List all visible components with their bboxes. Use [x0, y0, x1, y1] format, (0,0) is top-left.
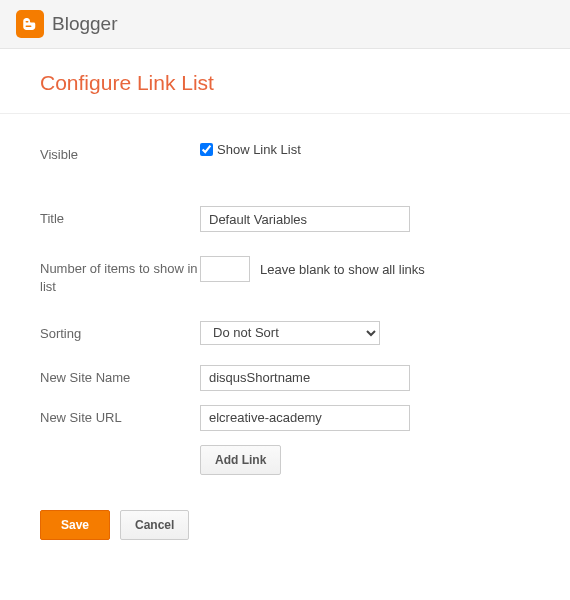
- label-items-count: Number of items to show in list: [40, 256, 200, 296]
- row-sorting: Sorting Do not Sort: [40, 321, 530, 345]
- save-button[interactable]: Save: [40, 510, 110, 540]
- row-items-count: Number of items to show in list Leave bl…: [40, 256, 530, 296]
- cancel-button[interactable]: Cancel: [120, 510, 189, 540]
- checkbox-show-link-list[interactable]: [200, 143, 213, 156]
- hint-items-count: Leave blank to show all links: [260, 262, 425, 277]
- header-bar: Blogger: [0, 0, 570, 49]
- row-title: Title: [40, 206, 530, 232]
- input-title[interactable]: [200, 206, 410, 232]
- input-new-site-name[interactable]: [200, 365, 410, 391]
- input-new-site-url[interactable]: [200, 405, 410, 431]
- label-visible: Visible: [40, 142, 200, 164]
- checkbox-show-link-list-label: Show Link List: [217, 142, 301, 157]
- select-sorting[interactable]: Do not Sort: [200, 321, 380, 345]
- label-new-site-name: New Site Name: [40, 365, 200, 387]
- row-add-link: Add Link: [40, 445, 530, 475]
- page-title: Configure Link List: [0, 49, 570, 114]
- row-new-site-url: New Site URL: [40, 405, 530, 431]
- form-area: Visible Show Link List Title Number of i…: [0, 114, 570, 499]
- checkbox-show-link-list-wrapper[interactable]: Show Link List: [200, 142, 301, 157]
- brand-label: Blogger: [52, 13, 118, 35]
- blogger-logo-icon: [16, 10, 44, 38]
- label-new-site-url: New Site URL: [40, 405, 200, 427]
- label-title: Title: [40, 206, 200, 228]
- label-spacer: [40, 445, 200, 449]
- row-visible: Visible Show Link List: [40, 142, 530, 164]
- add-link-button[interactable]: Add Link: [200, 445, 281, 475]
- footer-buttons: Save Cancel: [40, 510, 189, 540]
- row-new-site-name: New Site Name: [40, 365, 530, 391]
- input-items-count[interactable]: [200, 256, 250, 282]
- label-sorting: Sorting: [40, 321, 200, 343]
